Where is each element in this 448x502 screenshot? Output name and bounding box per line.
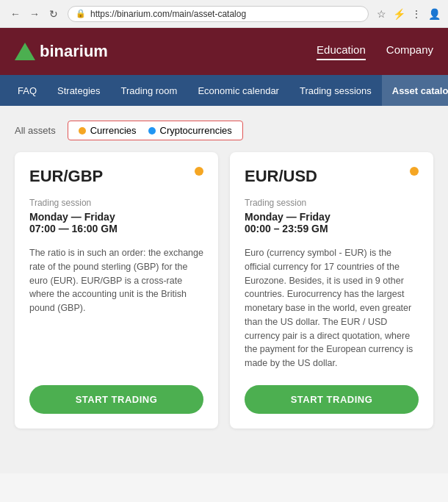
logo[interactable]: binarium xyxy=(15,42,108,61)
crypto-dot-icon xyxy=(148,127,156,135)
session-label: Trading session xyxy=(29,198,203,208)
card-dot-icon xyxy=(410,167,419,176)
subnav-trading-room[interactable]: Trading room xyxy=(111,75,188,106)
cryptocurrencies-label: Cryptocurrencies xyxy=(160,125,232,136)
subnav-faq[interactable]: FAQ xyxy=(7,75,47,106)
sub-nav: FAQ Strategies Trading room Economic cal… xyxy=(0,75,448,106)
card-title: EUR/GBP xyxy=(29,167,203,186)
trading-hours: 00:00 – 23:59 GM xyxy=(245,223,419,234)
currencies-label: Currencies xyxy=(90,125,137,136)
account-icon[interactable]: 👤 xyxy=(427,7,441,21)
card-description: The ratio is in such an order: the excha… xyxy=(29,246,203,370)
trading-days: Monday — Friday xyxy=(29,211,203,223)
nav-education[interactable]: Education xyxy=(317,43,366,60)
card-eur-usd: EUR/USD Trading session Monday — Friday … xyxy=(230,152,433,429)
nav-company[interactable]: Company xyxy=(386,43,433,60)
logo-text: binarium xyxy=(40,42,108,61)
session-label: Trading session xyxy=(245,198,419,208)
star-icon[interactable]: ☆ xyxy=(375,7,388,21)
filter-bar: All assets Currencies Cryptocurrencies xyxy=(15,121,433,140)
trading-hours: 07:00 — 16:00 GM xyxy=(29,223,203,234)
currencies-dot-icon xyxy=(79,127,86,135)
filter-options: Currencies Cryptocurrencies xyxy=(68,121,243,140)
refresh-button[interactable]: ↻ xyxy=(46,6,62,22)
all-assets-label: All assets xyxy=(15,125,56,136)
logo-triangle-icon xyxy=(15,43,35,60)
lock-icon: 🔒 xyxy=(76,9,86,18)
card-eur-gbp: EUR/GBP Trading session Monday — Friday … xyxy=(15,152,218,429)
nav-buttons: ← → ↻ xyxy=(7,6,62,22)
browser-icons: ☆ ⚡ ⋮ 👤 xyxy=(375,7,441,21)
card-dot-icon xyxy=(195,167,203,176)
card-title: EUR/USD xyxy=(245,167,419,186)
start-trading-button[interactable]: START TRADING xyxy=(29,385,203,414)
subnav-asset-catalog[interactable]: Asset catalog xyxy=(382,75,448,106)
filter-currencies[interactable]: Currencies xyxy=(79,125,137,136)
main-content: All assets Currencies Cryptocurrencies E… xyxy=(0,106,448,473)
menu-icon[interactable]: ⋮ xyxy=(410,7,423,21)
header-nav: Education Company xyxy=(317,43,433,60)
back-button[interactable]: ← xyxy=(7,6,24,22)
start-trading-button[interactable]: START TRADING xyxy=(245,385,419,414)
cards-grid: EUR/GBP Trading session Monday — Friday … xyxy=(15,152,433,429)
url-text: https://binarium.com/main/asset-catalog xyxy=(90,9,246,19)
trading-days: Monday — Friday xyxy=(245,211,419,223)
forward-button[interactable]: → xyxy=(26,6,43,22)
subnav-economic-calendar[interactable]: Economic calendar xyxy=(187,75,289,106)
card-description: Euro (currency symbol - EUR) is the offi… xyxy=(245,246,419,370)
address-bar[interactable]: 🔒 https://binarium.com/main/asset-catalo… xyxy=(68,6,369,22)
filter-cryptocurrencies[interactable]: Cryptocurrencies xyxy=(148,125,232,136)
browser-chrome: ← → ↻ 🔒 https://binarium.com/main/asset-… xyxy=(0,0,448,28)
subnav-trading-sessions[interactable]: Trading sessions xyxy=(289,75,382,106)
subnav-strategies[interactable]: Strategies xyxy=(47,75,111,106)
site-header: binarium Education Company xyxy=(0,28,448,75)
extensions-icon[interactable]: ⚡ xyxy=(392,7,405,21)
